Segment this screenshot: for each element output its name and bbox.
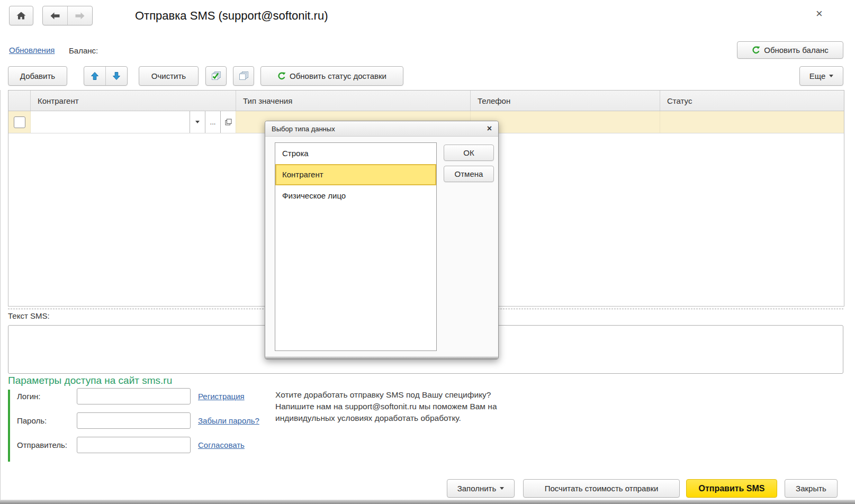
fill-button[interactable]: Заполнить — [447, 479, 515, 498]
open-icon — [225, 119, 232, 125]
login-label: Логин: — [17, 392, 41, 401]
window-left-edge — [0, 90, 1, 500]
header-contractor: Контрагент — [31, 91, 236, 111]
home-icon — [16, 12, 26, 20]
access-section-heading: Параметры доступа на сайт sms.ru — [8, 375, 172, 386]
sender-label: Отправитель: — [17, 440, 67, 449]
move-row-group — [84, 66, 128, 86]
clear-button[interactable]: Очистить — [139, 66, 199, 86]
data-type-list: Строка Контрагент Физическое лицо — [275, 142, 437, 351]
dialog-close-button[interactable]: × — [487, 124, 492, 133]
page-title: Отправка SMS (support@softonit.ru) — [135, 9, 328, 23]
dialog-ok-button[interactable]: ОК — [444, 145, 494, 161]
arrow-down-icon — [113, 72, 120, 80]
dropdown-button[interactable] — [190, 111, 205, 133]
uncheck-all-button[interactable] — [233, 66, 254, 86]
check-all-button[interactable] — [205, 66, 227, 86]
refresh-delivery-status-button[interactable]: Обновить статус доставки — [260, 66, 403, 86]
open-value-button[interactable] — [220, 111, 236, 133]
refresh-icon — [752, 46, 760, 55]
forward-button[interactable] — [67, 6, 92, 25]
calc-cost-button[interactable]: Посчитать стоимость отправки — [523, 479, 680, 498]
header-value-type: Тип значения — [236, 91, 471, 111]
header-status: Статус — [660, 91, 843, 111]
login-input[interactable] — [77, 388, 191, 404]
refresh-icon — [277, 72, 286, 80]
clear-label: Очистить — [151, 71, 186, 80]
dialog-cancel-button[interactable]: Отмена — [444, 166, 494, 182]
password-label: Пароль: — [17, 416, 47, 425]
close-button[interactable]: Закрыть — [785, 479, 838, 498]
dropdown-arrow-icon — [195, 121, 200, 123]
balance-label: Баланс: — [69, 46, 98, 55]
send-sms-button[interactable]: Отправить SMS — [686, 479, 777, 498]
list-item-string[interactable]: Строка — [275, 143, 436, 164]
list-item-person[interactable]: Физическое лицо — [275, 185, 436, 206]
sender-input[interactable] — [77, 437, 191, 453]
send-sms-label: Отправить SMS — [698, 484, 764, 493]
dropdown-arrow-icon — [829, 75, 833, 77]
add-row-button[interactable]: Добавить — [8, 66, 67, 86]
access-section-bar — [8, 390, 10, 462]
calc-cost-label: Посчитать стоимость отправки — [545, 484, 659, 493]
window-close-button[interactable]: × — [816, 8, 823, 20]
info-text-line: Хотите доработать отправку SMS под Вашу … — [275, 390, 540, 400]
approve-sender-link[interactable]: Согласовать — [198, 440, 245, 449]
back-button[interactable] — [43, 6, 67, 25]
password-input[interactable] — [77, 412, 191, 429]
list-item-contractor-selected[interactable]: Контрагент — [275, 164, 436, 185]
refresh-balance-button[interactable]: Обновить баланс — [737, 41, 843, 59]
forgot-password-link[interactable]: Забыли пароль? — [198, 416, 259, 425]
window-bottom-edge — [0, 500, 855, 504]
table-header-row: Контрагент Тип значения Телефон Статус — [8, 91, 844, 111]
choose-value-button[interactable]: ... — [205, 111, 220, 133]
copy-pages-icon — [239, 71, 249, 81]
more-label: Еще — [809, 71, 826, 80]
fill-label: Заполнить — [457, 484, 497, 493]
refresh-balance-label: Обновить баланс — [764, 46, 829, 55]
row-checkbox[interactable] — [14, 116, 25, 128]
dropdown-arrow-icon — [500, 487, 504, 490]
forward-arrow-icon — [75, 12, 85, 20]
close-label: Закрыть — [796, 484, 826, 493]
header-phone: Телефон — [471, 91, 660, 111]
history-nav-group — [42, 6, 93, 25]
move-up-button[interactable] — [84, 67, 105, 85]
more-button[interactable]: Еще — [799, 66, 843, 86]
app-window: Отправка SMS (support@softonit.ru) × Обн… — [0, 0, 855, 504]
add-row-label: Добавить — [20, 71, 55, 80]
dialog-cancel-label: Отмена — [455, 169, 483, 178]
data-type-dialog: Выбор типа данных × Строка Контрагент Фи… — [265, 121, 499, 359]
move-down-button[interactable] — [105, 67, 127, 85]
dialog-titlebar: Выбор типа данных × — [265, 121, 498, 137]
status-cell — [660, 111, 843, 133]
dialog-ok-label: ОК — [463, 148, 474, 157]
registration-link[interactable]: Регистрация — [198, 392, 245, 401]
refresh-delivery-status-label: Обновить статус доставки — [290, 71, 386, 80]
arrow-up-icon — [91, 72, 98, 80]
sms-text-label: Текст SMS: — [8, 311, 50, 320]
info-text-line: индивидульных условиях доработать обрабо… — [275, 413, 540, 423]
dialog-title: Выбор типа данных — [272, 125, 335, 133]
info-text-line: Напишите нам на support@softonit.ru мы п… — [275, 402, 540, 411]
check-all-icon — [211, 71, 221, 81]
cell-controls: ... — [190, 111, 236, 133]
row-checkbox-cell — [8, 111, 31, 133]
back-arrow-icon — [50, 12, 60, 20]
header-checkbox-column — [8, 91, 31, 111]
contractor-cell-input[interactable]: ... — [31, 111, 236, 133]
updates-link[interactable]: Обновления — [9, 46, 55, 55]
phone-cell[interactable] — [471, 111, 660, 133]
dialog-bottom-edge — [265, 356, 498, 359]
home-button[interactable] — [9, 6, 33, 25]
